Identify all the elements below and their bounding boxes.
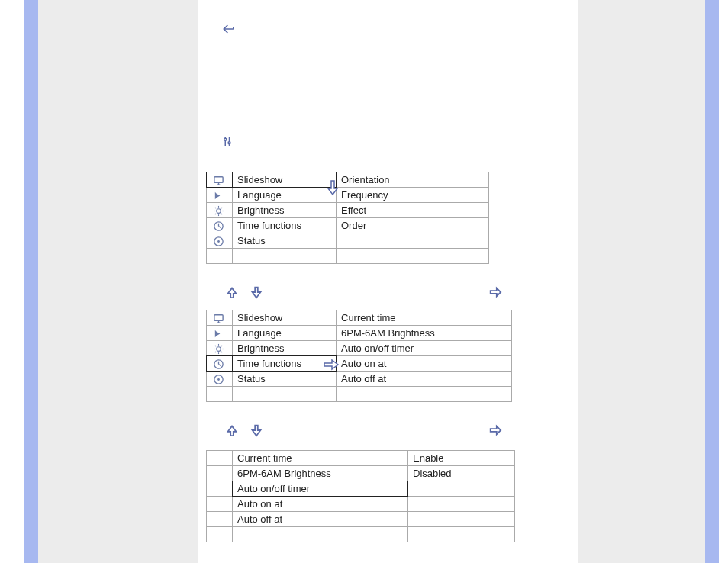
submenu-item	[408, 497, 515, 512]
svg-point-3	[228, 142, 230, 144]
svg-point-1	[224, 138, 227, 140]
row-icon	[207, 249, 233, 264]
svg-line-29	[215, 345, 216, 346]
submenu-item	[408, 481, 515, 497]
submenu-item	[337, 233, 489, 249]
left-blue-margin	[24, 0, 38, 563]
row-icon	[207, 356, 233, 372]
settings-table-1: Slideshow Orientation Language Frequency…	[206, 172, 489, 264]
menu-item-time-functions[interactable]: Time functions	[233, 356, 337, 372]
svg-rect-21	[214, 314, 223, 320]
document-content: Slideshow Orientation Language Frequency…	[198, 0, 578, 563]
left-gray-column	[38, 0, 198, 563]
menu-item-blank	[233, 387, 337, 402]
menu-item-status[interactable]: Status	[233, 372, 337, 387]
svg-rect-4	[214, 176, 223, 182]
menu-item-blank	[233, 527, 408, 542]
right-arrow-icon	[488, 285, 502, 301]
row-icon	[207, 481, 233, 497]
row-icon	[207, 310, 233, 326]
right-blue-margin	[705, 0, 719, 563]
menu-item-language[interactable]: Language	[233, 326, 337, 341]
menu-item[interactable]: Auto on at	[233, 497, 408, 512]
settings-table-2: Slideshow Current time Language 6PM-6AM …	[206, 310, 512, 402]
select-right-icon	[323, 359, 340, 373]
svg-line-12	[215, 207, 216, 208]
row-icon	[207, 218, 233, 233]
svg-point-24	[217, 346, 221, 351]
submenu-item[interactable]: Auto off at	[337, 372, 512, 387]
submenu-item[interactable]: Auto on at	[337, 356, 512, 372]
menu-item-brightness[interactable]: Brightness	[233, 203, 337, 218]
menu-item[interactable]: Auto off at	[233, 512, 408, 527]
svg-point-7	[217, 208, 221, 213]
submenu-item[interactable]: Auto on/off timer	[337, 341, 512, 356]
svg-line-31	[215, 351, 216, 352]
submenu-item[interactable]: 6PM-6AM Brightness	[337, 326, 512, 341]
submenu-item	[408, 512, 515, 527]
row-icon	[207, 512, 233, 527]
row-icon	[207, 203, 233, 218]
row-icon	[207, 466, 233, 481]
row-icon	[207, 172, 233, 188]
menu-item-slideshow[interactable]: Slideshow	[233, 310, 337, 326]
row-icon	[207, 341, 233, 356]
menu-item-time-functions[interactable]: Time functions	[233, 218, 337, 233]
menu-item-blank	[233, 249, 337, 264]
menu-item-brightness[interactable]: Brightness	[233, 341, 337, 356]
row-icon	[207, 497, 233, 512]
menu-item[interactable]: 6PM-6AM Brightness	[233, 466, 408, 481]
submenu-item	[337, 249, 489, 264]
row-icon	[207, 527, 233, 542]
down-arrow-icon	[250, 285, 263, 301]
submenu-item[interactable]: Orientation	[337, 172, 489, 188]
row-icon	[207, 326, 233, 341]
right-gray-column	[578, 0, 705, 563]
svg-line-35	[219, 364, 221, 365]
settings-table-3: Current time Enable 6PM-6AM Brightness D…	[206, 450, 515, 542]
svg-point-37	[217, 378, 220, 381]
submenu-item[interactable]: Order	[337, 218, 489, 233]
row-icon	[207, 233, 233, 249]
submenu-item[interactable]: Frequency	[337, 188, 489, 203]
submenu-item	[408, 527, 515, 542]
menu-item[interactable]: Current time	[233, 451, 408, 466]
submenu-item[interactable]: Current time	[337, 310, 512, 326]
submenu-item[interactable]: Effect	[337, 203, 489, 218]
menu-item-slideshow[interactable]: Slideshow	[233, 172, 337, 188]
down-arrow-icon	[250, 423, 263, 439]
settings-sliders-icon	[221, 134, 235, 150]
submenu-item[interactable]: Disabled	[408, 466, 515, 481]
row-icon	[207, 387, 233, 402]
back-arrow-icon	[221, 21, 237, 39]
svg-line-32	[221, 345, 222, 346]
svg-line-18	[219, 226, 221, 227]
menu-item-status[interactable]: Status	[233, 233, 337, 249]
svg-point-20	[217, 240, 220, 243]
up-arrow-icon	[225, 423, 239, 439]
row-icon	[207, 372, 233, 387]
menu-item-auto-timer[interactable]: Auto on/off timer	[233, 481, 408, 497]
svg-line-30	[221, 351, 222, 352]
row-icon	[207, 188, 233, 203]
svg-line-13	[221, 213, 222, 214]
right-arrow-icon	[488, 423, 502, 439]
submenu-item	[337, 387, 512, 402]
menu-item-language[interactable]: Language	[233, 188, 337, 203]
svg-line-15	[221, 207, 222, 208]
row-icon	[207, 451, 233, 466]
select-down-icon	[327, 179, 339, 198]
up-arrow-icon	[225, 285, 239, 301]
svg-line-14	[215, 213, 216, 214]
submenu-item[interactable]: Enable	[408, 451, 515, 466]
